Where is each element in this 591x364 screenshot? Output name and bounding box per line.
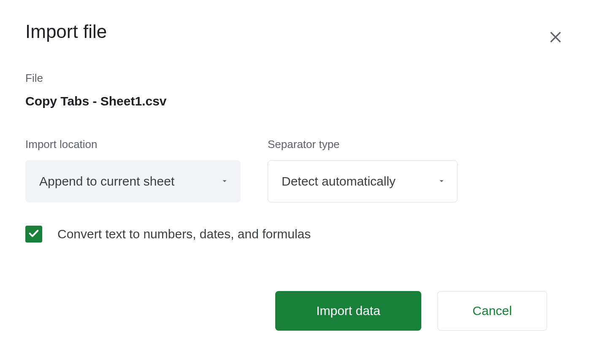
convert-checkbox[interactable] — [25, 226, 42, 243]
import-location-column: Import location Append to current sheet — [25, 138, 241, 202]
import-data-button[interactable]: Import data — [275, 291, 421, 331]
import-location-label: Import location — [25, 138, 241, 151]
file-name: Copy Tabs - Sheet1.csv — [25, 94, 566, 108]
caret-down-icon — [220, 174, 229, 189]
separator-type-column: Separator type Detect automatically — [268, 138, 458, 202]
separator-type-dropdown[interactable]: Detect automatically — [268, 160, 458, 202]
import-location-dropdown[interactable]: Append to current sheet — [25, 160, 241, 202]
separator-type-label: Separator type — [268, 138, 458, 151]
dialog-actions: Import data Cancel — [25, 291, 566, 331]
close-button[interactable] — [545, 27, 566, 48]
options-row: Import location Append to current sheet … — [25, 138, 566, 202]
cancel-button[interactable]: Cancel — [437, 291, 547, 331]
convert-checkbox-label: Convert text to numbers, dates, and form… — [57, 227, 311, 241]
import-file-dialog: Import file File Copy Tabs - Sheet1.csv … — [25, 21, 566, 331]
check-icon — [27, 227, 40, 241]
close-icon — [548, 30, 563, 46]
dialog-title: Import file — [25, 21, 566, 42]
import-location-value: Append to current sheet — [39, 174, 174, 189]
separator-type-value: Detect automatically — [282, 174, 396, 189]
caret-down-icon — [437, 174, 446, 189]
file-section-label: File — [25, 72, 566, 85]
convert-checkbox-row: Convert text to numbers, dates, and form… — [25, 226, 566, 243]
